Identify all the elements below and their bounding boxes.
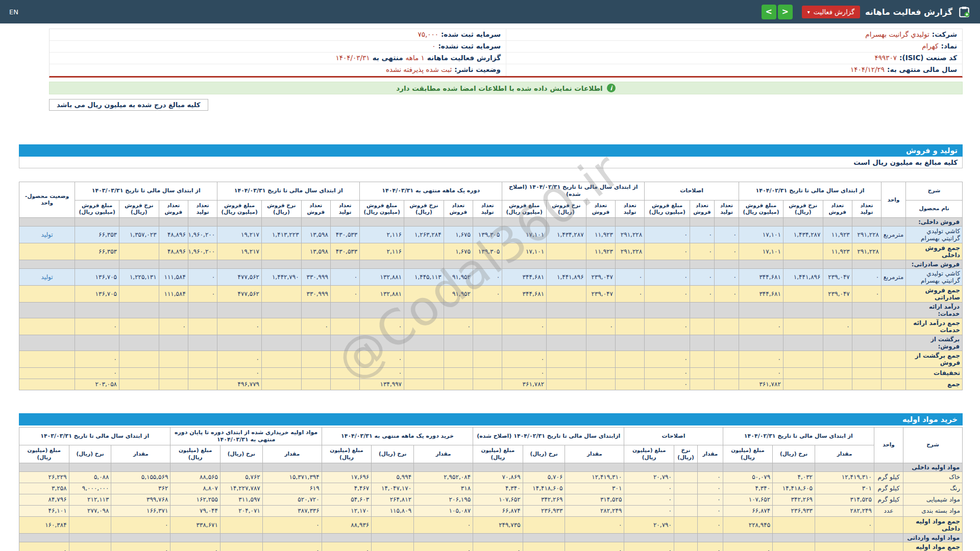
col-sherh-header: شرح <box>903 427 963 463</box>
value-cell <box>783 318 823 335</box>
value-cell <box>404 367 444 379</box>
value-cell <box>674 471 697 483</box>
empty-cell <box>159 335 188 350</box>
empty-cell <box>523 533 565 542</box>
section-row: مواد اولیه وارداتی <box>19 533 963 542</box>
value-cell: ۱,۳۵۷,۰۲۳ <box>119 226 159 243</box>
value-cell: ۰ <box>301 318 330 335</box>
value-cell: ۰ <box>360 350 404 367</box>
value-cell: ۰ <box>330 285 359 302</box>
publisher-status-row: وضعیت ناشر: ثبت شده پذیرفته نشده <box>50 64 506 76</box>
value-cell: ۰ <box>723 542 773 551</box>
signed-data-alert-text: اطلاعات نمایش داده شده با اطلاعات امضا ش… <box>396 84 603 92</box>
value-cell: ۱۳۶,۷۰۵ <box>75 285 119 302</box>
empty-cell <box>330 217 359 226</box>
empty-cell <box>262 335 302 350</box>
value-cell <box>404 350 444 367</box>
value-cell <box>674 516 697 533</box>
value-cell: ۱۶۲,۲۵۵ <box>170 494 220 505</box>
unit-cell <box>881 318 906 335</box>
value-cell: ۱,۹۶۰,۲۰۰ <box>188 243 217 260</box>
empty-cell <box>547 302 586 318</box>
section-label-cell: برگشت از فروش: <box>906 335 963 350</box>
empty-cell <box>330 302 359 318</box>
value-cell <box>188 379 217 390</box>
prev-report-button[interactable]: > <box>762 5 776 19</box>
report-period-label2: منتهی به <box>373 54 403 62</box>
value-cell: ۰ <box>645 226 690 243</box>
empty-cell <box>188 302 217 318</box>
production-status-link[interactable]: تولید <box>41 273 53 281</box>
production-status-link[interactable]: تولید <box>41 231 53 238</box>
value-cell: ۰ <box>645 350 690 367</box>
publisher-status-label: وضعیت ناشر: <box>454 65 501 73</box>
empty-cell <box>414 463 473 471</box>
empty-cell <box>75 260 119 268</box>
empty-cell <box>783 302 823 318</box>
empty-cell <box>823 302 852 318</box>
empty-cell <box>188 335 217 350</box>
empty-cell <box>690 217 714 226</box>
status-cell <box>19 367 75 379</box>
empty-cell <box>404 335 444 350</box>
value-cell: ۱۱۵,۸۰۹ <box>372 505 414 516</box>
value-cell: ۱۷,۱۰۱ <box>502 226 547 243</box>
column-header: مبلغ فروش (میلیون ریال) <box>645 200 690 217</box>
empty-cell <box>874 463 903 471</box>
column-group-header: از ابتدای سال مالی تا تاریخ ۱۴۰۴/۰۲/۳۱ <box>739 182 881 201</box>
empty-cell <box>220 463 262 471</box>
page-title: گزارش فعالیت ماهانه <box>865 7 952 17</box>
table-row: مواد شیمیاییکیلو گرم۳۱۴,۵۲۵۳۴۲,۲۶۹۱۰۷,۶۵… <box>19 494 963 505</box>
language-toggle[interactable]: EN <box>9 8 18 16</box>
empty-cell <box>262 533 322 542</box>
column-group-header: از ابتدای سال مالی تا تاریخ ۱۴۰۴/۰۲/۳۱ <box>723 427 874 445</box>
column-header: مبلغ (میلیون ریال) <box>624 445 674 463</box>
value-cell: ۲۹۱,۲۲۸ <box>852 243 881 260</box>
value-cell <box>690 367 714 379</box>
value-cell <box>301 350 330 367</box>
empty-cell <box>739 260 783 268</box>
section-label-cell: فروش داخلی: <box>906 217 963 226</box>
value-cell: ۰ <box>715 285 739 302</box>
value-cell: ۲۷۷,۰۹۸ <box>69 505 111 516</box>
empty-cell <box>502 302 547 318</box>
next-report-button[interactable]: < <box>778 5 793 19</box>
value-cell: ۲۹۱,۲۲۸ <box>852 226 881 243</box>
value-cell <box>783 285 823 302</box>
value-cell: ۰ <box>624 494 674 505</box>
empty-cell <box>473 217 502 226</box>
value-cell: ۹,۰۰۰,۰۰۰ <box>69 483 111 494</box>
value-cell: ۱۵,۳۷۱,۳۹۴ <box>262 471 322 483</box>
empty-cell <box>773 533 815 542</box>
value-cell <box>301 367 330 379</box>
value-cell: ۰ <box>188 268 217 285</box>
column-header: مبلغ فروش (میلیون ریال) <box>75 200 119 217</box>
empty-cell <box>159 260 188 268</box>
empty-cell <box>674 463 697 471</box>
empty-cell <box>624 463 674 471</box>
report-type-dropdown[interactable]: گزارش فعالیت ▾ <box>802 6 860 18</box>
table-row: تخفیفات۰۰۰۰۰۰ <box>19 367 963 379</box>
value-cell: ۰ <box>697 516 723 533</box>
value-cell: ۰ <box>690 243 714 260</box>
value-cell <box>330 379 359 390</box>
fiscal-year-row: سال مالی منتهی به: ۱۴۰۴/۱۲/۲۹ <box>506 64 962 76</box>
isic-row: کد صنعت (ISIC): ۴۹۹۳۰۷ <box>506 53 962 64</box>
value-cell: ۳۱۴,۵۲۵ <box>815 494 874 505</box>
value-cell: ۰ <box>645 243 690 260</box>
empty-cell <box>674 533 697 542</box>
value-cell: ۰ <box>823 318 852 335</box>
section-label-cell: مواد اولیه وارداتی <box>903 533 963 542</box>
empty-cell <box>852 302 881 318</box>
empty-cell <box>170 533 220 542</box>
col-sherh-header: شرح <box>906 182 963 201</box>
value-cell: ۰ <box>697 505 723 516</box>
column-header: تعداد فروش <box>444 200 473 217</box>
value-cell <box>473 318 502 335</box>
value-cell: ۰ <box>697 483 723 494</box>
column-header: تعداد تولید <box>473 200 502 217</box>
empty-cell <box>69 533 111 542</box>
value-cell: ۰ <box>170 542 220 551</box>
value-cell: ۳۴۴,۶۸۱ <box>502 268 547 285</box>
value-cell <box>674 494 697 505</box>
